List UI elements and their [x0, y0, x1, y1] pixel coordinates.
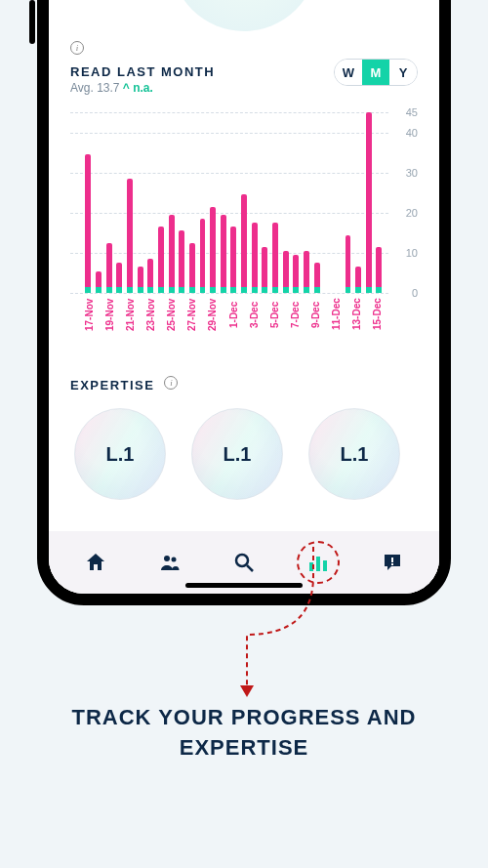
range-btn-w[interactable]: W: [335, 60, 362, 85]
x-tick: [177, 294, 186, 337]
bar: [251, 112, 259, 293]
search-tab[interactable]: [224, 543, 264, 582]
home-icon: [84, 551, 107, 574]
app-screen: i READ LAST MONTH Avg. 13.7 ^ n.a. WMY: [49, 0, 439, 594]
promo-line1: TRACK YOUR PROGRESS AND: [39, 703, 449, 733]
bar: [188, 112, 196, 293]
expertise-badge[interactable]: L.1: [308, 408, 400, 500]
search-icon: [232, 551, 256, 574]
avg-label: Avg.: [70, 81, 94, 95]
x-tick: [239, 294, 249, 337]
x-tick: [156, 294, 166, 337]
x-tick: [115, 294, 125, 337]
svg-line-3: [247, 565, 253, 571]
bar: [303, 112, 310, 293]
x-tick: 19-Nov: [104, 294, 115, 337]
expertise-title: EXPERTISE: [70, 378, 154, 393]
chart-y-axis: 45403020100: [392, 112, 418, 293]
stats-tab[interactable]: [299, 543, 338, 582]
x-tick: 13-Dec: [351, 294, 362, 337]
x-tick: 29-Nov: [207, 294, 218, 337]
expertise-level: L.1: [341, 443, 369, 466]
range-btn-y[interactable]: Y: [389, 60, 417, 85]
x-tick: 25-Nov: [166, 294, 177, 337]
x-tick: [197, 294, 207, 337]
expertise-level: L.1: [224, 443, 252, 466]
x-tick: 23-Nov: [145, 294, 156, 337]
bar: [292, 112, 300, 293]
x-tick: 21-Nov: [125, 294, 136, 337]
bar: [74, 112, 82, 293]
feedback-icon: [381, 551, 404, 574]
people-tab[interactable]: [150, 543, 189, 582]
x-tick: 17-Nov: [84, 294, 95, 337]
y-tick: 20: [406, 207, 418, 219]
bar: [240, 112, 248, 293]
bar: [116, 112, 124, 293]
bar: [282, 112, 290, 293]
section-title: READ LAST MONTH: [70, 64, 215, 79]
expertise-level: L.1: [106, 443, 135, 466]
bar: [334, 112, 342, 293]
section-subtitle: Avg. 13.7 ^ n.a.: [70, 81, 215, 95]
bar: [85, 112, 93, 293]
expertise-badge[interactable]: L.1: [191, 408, 283, 500]
bar: [105, 112, 113, 293]
svg-point-0: [164, 556, 170, 561]
people-icon: [158, 551, 182, 574]
bar: [271, 112, 279, 293]
bar: [354, 112, 362, 293]
svg-rect-8: [391, 563, 393, 565]
bar: [262, 112, 269, 293]
svg-rect-7: [391, 558, 393, 562]
bar: [345, 112, 352, 293]
x-tick: 1-Dec: [228, 294, 239, 337]
bar: [230, 112, 238, 293]
promo-caption: TRACK YOUR PROGRESS AND EXPERTISE: [0, 703, 488, 764]
bar: [95, 112, 102, 293]
home-tab[interactable]: [76, 543, 115, 582]
bar: [178, 112, 185, 293]
info-icon[interactable]: i: [164, 376, 178, 390]
x-tick: [301, 294, 310, 337]
x-tick: [74, 294, 84, 337]
bar: [365, 112, 373, 293]
y-tick: 10: [406, 247, 418, 259]
x-tick: [362, 294, 372, 337]
home-indicator: [185, 583, 303, 588]
x-tick: 9-Dec: [310, 294, 321, 337]
x-tick: 5-Dec: [269, 294, 280, 337]
bar: [137, 112, 144, 293]
range-btn-m[interactable]: M: [362, 60, 389, 85]
x-tick: 11-Dec: [331, 294, 342, 337]
svg-point-1: [172, 558, 177, 562]
x-tick: [95, 294, 104, 337]
x-tick: 3-Dec: [249, 294, 260, 337]
x-tick: [136, 294, 145, 337]
avg-value: 13.7: [97, 81, 119, 95]
y-tick: 0: [412, 287, 418, 299]
x-tick: 27-Nov: [186, 294, 197, 337]
bar: [146, 112, 154, 293]
bar: [126, 112, 134, 293]
expertise-badge[interactable]: L.1: [74, 408, 166, 500]
x-tick: 15-Dec: [372, 294, 383, 337]
bar: [323, 112, 331, 293]
trend-arrow: ^: [123, 81, 130, 95]
x-tick: 7-Dec: [290, 294, 301, 337]
promo-line2: EXPERTISE: [39, 733, 449, 764]
x-tick: [342, 294, 351, 337]
y-tick: 30: [406, 167, 418, 179]
phone-side-button: [29, 0, 35, 44]
x-tick: [321, 294, 331, 337]
bar: [199, 112, 207, 293]
bar: [313, 112, 321, 293]
chart-x-axis: 17-Nov19-Nov21-Nov23-Nov25-Nov27-Nov29-N…: [74, 294, 383, 337]
phone-frame: i READ LAST MONTH Avg. 13.7 ^ n.a. WMY: [37, 0, 451, 605]
x-tick: [218, 294, 227, 337]
x-tick: [260, 294, 269, 337]
info-icon[interactable]: i: [70, 41, 84, 55]
svg-point-2: [236, 555, 248, 566]
range-toggle[interactable]: WMY: [334, 59, 418, 86]
feedback-tab[interactable]: [373, 543, 412, 582]
